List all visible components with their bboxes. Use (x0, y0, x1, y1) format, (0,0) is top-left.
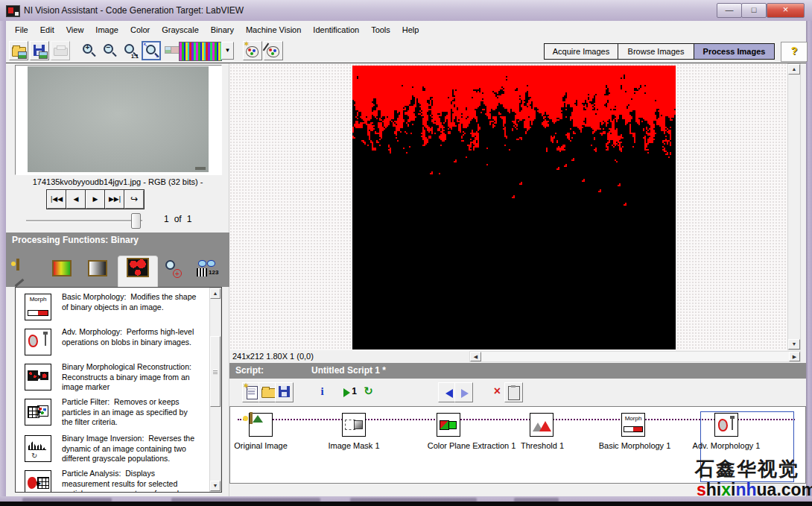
processing-tabs: + 123 (6, 248, 229, 287)
scroll-right-button[interactable]: ▶ (789, 352, 800, 361)
step-original-image[interactable] (249, 413, 273, 437)
tab-binary[interactable] (127, 258, 148, 279)
paste-step-button[interactable] (504, 382, 523, 402)
step-label[interactable]: Image Mask 1 (294, 441, 413, 450)
menu-machine-vision[interactable]: Machine Vision (240, 23, 307, 37)
image-position-slider-track[interactable] (26, 220, 142, 222)
app-icon (6, 5, 20, 17)
minimize-button[interactable]: — (717, 3, 742, 18)
app-window: NI Vision Assistant - Code Generation Ta… (0, 0, 812, 506)
menu-view[interactable]: View (60, 23, 90, 37)
menu-binary[interactable]: Binary (205, 23, 240, 37)
image-display-area[interactable]: ▲ ▼ (229, 63, 801, 350)
list-item-particle-filter[interactable]: ▶ Particle Filter: Removes or keeps part… (20, 396, 199, 430)
menu-tools[interactable]: Tools (365, 23, 396, 37)
open-image-button[interactable] (9, 41, 28, 60)
list-item-adv-morphology[interactable]: Adv. Morphology: Performs high-level ope… (20, 326, 199, 360)
step-adv-morphology[interactable] (714, 413, 738, 437)
previous-image-button[interactable]: ◀ (66, 190, 86, 209)
menu-grayscale[interactable]: Grayscale (156, 23, 205, 37)
new-palette-button[interactable]: ✶ (243, 41, 262, 60)
list-item-binary-morph-reconstruction[interactable]: ▶ Binary Morphological Reconstruction: R… (20, 361, 199, 395)
palette-dropdown-button[interactable]: ▼ (221, 42, 234, 60)
tab-machine-vision[interactable]: + (164, 260, 185, 281)
tab-image[interactable] (16, 260, 37, 281)
save-script-button[interactable] (275, 382, 294, 402)
image-tab-icon (16, 259, 19, 271)
process-images-button[interactable]: Process Images (694, 43, 775, 60)
function-text: Basic Morphology: Modifies the shape of … (62, 292, 199, 312)
scroll-down-button[interactable]: ▼ (788, 339, 800, 350)
step-image-mask[interactable]: ▶ (342, 413, 366, 437)
scroll-up-button[interactable]: ▲ (788, 64, 800, 75)
info-icon: i (314, 385, 331, 398)
browse-images-button[interactable]: Browse Images (618, 43, 694, 60)
image-thumbnail-box[interactable] (15, 65, 222, 175)
original-image-icon (250, 412, 253, 424)
run-loop-button[interactable]: ↻ (359, 382, 378, 402)
zoom-to-fit-button[interactable]: ↖↘ (142, 41, 161, 60)
particle-analysis-icon: ▶ (25, 470, 51, 493)
image-vertical-scrollbar[interactable]: ▲ ▼ (787, 63, 801, 350)
arrow-left-icon (441, 389, 453, 398)
help-button[interactable]: ? (781, 42, 808, 62)
delete-x-icon: × (489, 385, 506, 398)
palette-strip-icon[interactable] (179, 42, 222, 61)
close-button[interactable]: × (767, 3, 805, 18)
image-status-text: 241x212 1.80X 1 (0,0) (232, 352, 314, 361)
scroll-down-button[interactable]: ▼ (210, 481, 221, 491)
hammer-icon (15, 279, 25, 287)
scroll-left-button[interactable]: ◀ (470, 352, 481, 361)
menu-edit[interactable]: Edit (34, 23, 60, 37)
zoom-1-1-button[interactable]: 1:1 (121, 41, 140, 60)
step-threshold[interactable] (530, 413, 554, 437)
tab-identification[interactable]: 123 (197, 260, 218, 281)
print-image-button[interactable] (51, 41, 70, 60)
loop-images-button[interactable]: ↪ (124, 190, 144, 209)
glasses-icon (198, 260, 206, 267)
step-label[interactable]: Adv. Morphology 1 (667, 441, 786, 450)
tab-grayscale[interactable] (88, 260, 109, 281)
menu-identification[interactable]: Identification (307, 23, 365, 37)
open-folder-icon (261, 388, 276, 398)
list-item-basic-morphology[interactable]: Morph Basic Morphology: Modifies the sha… (20, 291, 199, 325)
edit-palette-button[interactable] (264, 41, 283, 60)
list-item-particle-analysis[interactable]: ▶ Particle Analysis: Displays measuremen… (20, 467, 199, 493)
step-color-plane-extraction[interactable]: ▶ (437, 413, 460, 437)
step-forward-button[interactable] (454, 382, 473, 402)
first-image-button[interactable]: |◀◀ (47, 190, 66, 209)
save-image-button[interactable] (30, 41, 49, 60)
script-steps-area: Original Image ▶ Image Mask 1 ▶ Color Pl… (229, 406, 806, 484)
menu-image[interactable]: Image (89, 23, 124, 37)
maximize-button[interactable]: □ (741, 3, 767, 18)
image-horizontal-scrollbar[interactable]: ◀ ▶ (469, 351, 801, 362)
scroll-up-button[interactable]: ▲ (210, 288, 221, 299)
image-status-bar: 241x212 1.80X 1 (0,0) ◀ ▶ (229, 350, 806, 363)
extracted-plane-icon (448, 421, 457, 429)
scrollbar-thumb[interactable] (210, 336, 221, 407)
zoom-out-button[interactable]: − (100, 41, 119, 60)
title-bar[interactable]: NI Vision Assistant - Code Generation Ta… (0, 0, 812, 22)
menu-color[interactable]: Color (124, 23, 156, 37)
particle-filter-icon: ▶ (25, 399, 51, 426)
tab-color[interactable] (52, 260, 73, 281)
function-list-scrollbar[interactable]: ▲ ▼ (209, 288, 221, 492)
acquire-images-button[interactable]: Acquire Images (544, 43, 618, 60)
color-tab-icon (52, 260, 72, 276)
of-label: of (174, 214, 182, 224)
arrow-down-icon: ▼ (792, 341, 797, 347)
image-position-slider-handle[interactable] (131, 213, 141, 229)
next-image-button[interactable]: ▶ (86, 190, 105, 209)
image-thumbnail (28, 66, 209, 172)
step-info-button[interactable]: i (313, 382, 332, 402)
list-item-binary-image-inversion[interactable]: ↻ Binary Image Inversion: Reverses the d… (20, 432, 199, 467)
last-image-button[interactable]: ▶▶| (105, 190, 124, 209)
zoom-in-button[interactable]: + (79, 41, 98, 60)
binary-inversion-icon: ↻ (25, 435, 51, 462)
run-once-button[interactable]: 1 (341, 382, 360, 402)
step-basic-morphology[interactable]: Morph (621, 413, 645, 437)
binary-image-canvas[interactable] (352, 66, 676, 350)
menu-file[interactable]: File (9, 23, 34, 37)
function-text: Binary Image Inversion: Reverses the dyn… (62, 434, 199, 464)
menu-help[interactable]: Help (396, 23, 425, 37)
